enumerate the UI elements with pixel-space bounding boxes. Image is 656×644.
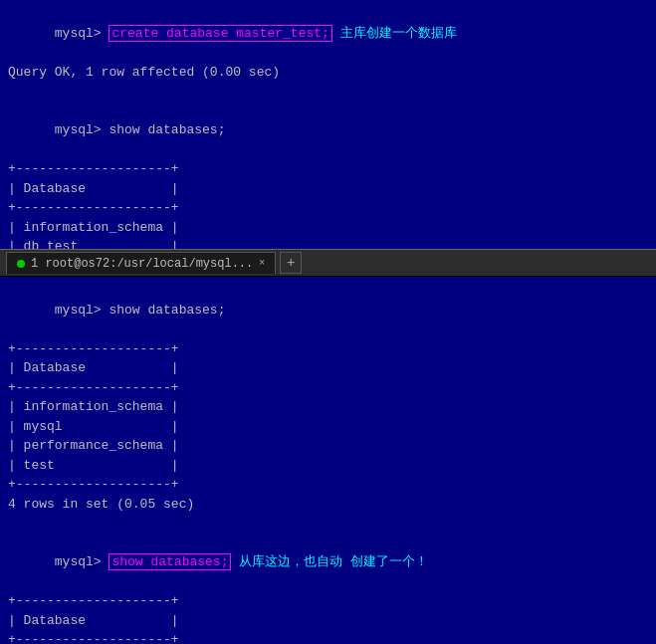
tab-close-button[interactable]: × xyxy=(259,258,265,269)
table-row-mysql-2: | mysql | xyxy=(8,417,648,437)
annotation-create-db: 主库创建一个数据库 xyxy=(332,26,457,41)
line-show-db-2: mysql> show databases; xyxy=(8,281,648,339)
line-query-ok: Query OK, 1 row affected (0.00 sec) xyxy=(8,63,648,83)
cmd-create-db: create database master_test; xyxy=(109,25,331,42)
cmd-show-db-1: show databases; xyxy=(109,122,225,137)
blank-1 xyxy=(8,82,648,102)
tab-status-dot xyxy=(17,260,25,268)
prompt-4: mysql> xyxy=(55,554,102,569)
tab-terminal-1[interactable]: 1 root@os72:/usr/local/mysql... × xyxy=(6,252,276,274)
tab-bar: 1 root@os72:/usr/local/mysql... × + xyxy=(0,249,656,277)
prompt-3: mysql> xyxy=(55,303,109,318)
line-show-db-1: mysql> show databases; xyxy=(8,102,648,160)
table-row-dbtest: | db_test | xyxy=(8,237,648,249)
table-top-2: +--------------------+ xyxy=(8,339,648,359)
prompt-2: mysql> xyxy=(55,122,109,137)
blank-2 xyxy=(8,514,648,534)
tab-label: 1 root@os72:/usr/local/mysql... xyxy=(31,257,253,271)
bottom-terminal: mysql> show databases; +----------------… xyxy=(0,277,656,644)
table-row-test-1: | test | xyxy=(8,456,648,476)
table-sep-2: +--------------------+ xyxy=(8,378,648,398)
line-show-db-3: mysql> show databases; 从库这边，也自动 创建了一个！ xyxy=(8,534,648,592)
table-row-perf-2: | performance_schema | xyxy=(8,436,648,456)
table-bottom-2: +--------------------+ xyxy=(8,475,648,495)
table-sep-1: +--------------------+ xyxy=(8,198,648,218)
table-header-2: | Database | xyxy=(8,358,648,378)
cmd-show-db-3: show databases; xyxy=(109,553,231,570)
table-top-3: +--------------------+ xyxy=(8,591,648,611)
line-4rows: 4 rows in set (0.05 sec) xyxy=(8,495,648,515)
table-row-info-2: | information_schema | xyxy=(8,397,648,417)
table-sep-3: +--------------------+ xyxy=(8,630,648,644)
line-create-db: mysql> create database master_test; 主库创建… xyxy=(8,4,648,63)
table-row-info-1: | information_schema | xyxy=(8,218,648,238)
table-top-1: +--------------------+ xyxy=(8,159,648,179)
annotation-slave: 从库这边，也自动 创建了一个！ xyxy=(231,554,428,569)
main-container: mysql> create database master_test; 主库创建… xyxy=(0,0,656,644)
cmd-show-db-2: show databases; xyxy=(109,303,225,318)
prompt-1: mysql> xyxy=(55,26,109,41)
new-tab-button[interactable]: + xyxy=(280,252,302,274)
table-header-3: | Database | xyxy=(8,611,648,631)
table-header-1: | Database | xyxy=(8,179,648,199)
top-terminal: mysql> create database master_test; 主库创建… xyxy=(0,0,656,249)
